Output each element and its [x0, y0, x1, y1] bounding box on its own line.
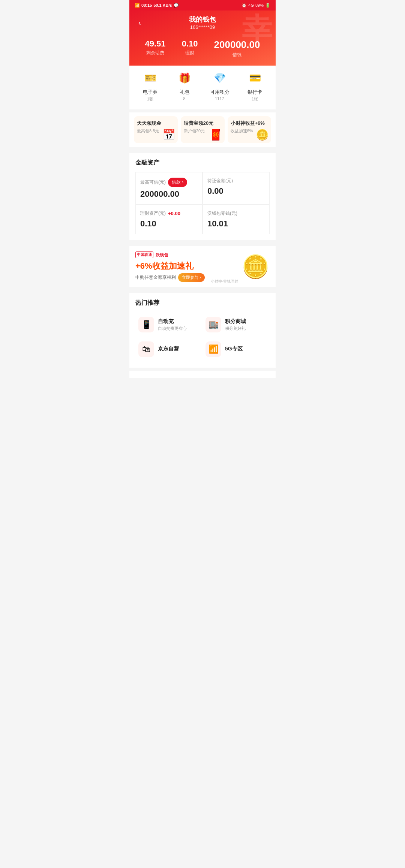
promo-logo: 中国联通 沃钱包 — [135, 251, 242, 258]
speed: 50.1 KB/s — [153, 3, 172, 7]
promo-watermark: 小财神·零钱理财 — [211, 279, 238, 284]
status-bar: 📶 08:15 50.1 KB/s 💬 ⏰ 4G 89% 🔋 — [129, 0, 276, 10]
quick-actions: 🎫 电子券 1张 🎁 礼包 8 💎 可用积分 1117 💳 银行卡 1张 — [129, 69, 276, 106]
promo-daily-title: 天天领现金 — [137, 120, 175, 127]
hot-item-5g[interactable]: 📶 5G专区 — [202, 337, 270, 362]
promo-yield[interactable]: 小财神收益+6% 收益加速6% 🪙 — [228, 116, 272, 143]
bankcard-icon: 💳 — [246, 69, 264, 87]
alarm-icon: ⏰ — [242, 3, 247, 8]
points-mall-text: 积分商城 积分兑好礼 — [225, 318, 246, 331]
divider-3 — [129, 243, 276, 246]
promo-talkfee-title: 话费宝领20元 — [184, 120, 222, 127]
stat-loan[interactable]: 200000.00 借钱 — [214, 39, 260, 58]
bankcard-sub: 1张 — [252, 96, 258, 102]
action-coupon[interactable]: 🎫 电子券 1张 — [142, 69, 159, 102]
jd-icon: 🛍 — [138, 341, 154, 357]
coupon-label: 电子券 — [143, 89, 158, 96]
message-icon: 💬 — [174, 3, 179, 8]
divider-4 — [129, 290, 276, 293]
5g-icon: 📶 — [206, 341, 221, 357]
stat-balance[interactable]: 49.51 剩余话费 — [145, 39, 166, 58]
asset-wallet-balance[interactable]: 沃钱包零钱(元) 10.01 — [202, 205, 270, 234]
coupon-sub: 1张 — [147, 96, 153, 102]
asset-outstanding[interactable]: 待还金额(元) 0.00 — [202, 172, 270, 205]
header-nav: ‹ 我的钱包 166******09 — [137, 13, 268, 33]
promo-yield-icon: 🪙 — [256, 129, 269, 141]
battery-label: 89% — [255, 3, 264, 7]
points-icon: 💎 — [211, 69, 228, 87]
gift-icon: 🎁 — [176, 69, 193, 87]
autorecharge-text: 自动充 自动交费更省心 — [158, 318, 187, 331]
time: 08:15 — [141, 3, 152, 7]
quick-actions-card: 🎫 电子券 1张 🎁 礼包 8 💎 可用积分 1117 💳 银行卡 1张 — [129, 62, 276, 109]
promo-row: 天天领现金 最高领8.8元 📅 话费宝领20元 新户领20元 🧧 小财神收益+6… — [129, 112, 276, 147]
coupon-icon: 🎫 — [142, 69, 159, 87]
promo-banner-left: 中国联通 沃钱包 +6%收益加速礼 申购任意金额享福利 立即参与 › — [135, 251, 242, 282]
finance-section: 金融资产 最高可借(元) 借款 › 200000.00 待还金额(元) 0.00… — [129, 153, 276, 240]
unicom-logo: 中国联通 — [135, 251, 153, 258]
hot-item-points-mall[interactable]: 🏬 积分商城 积分兑好礼 — [202, 312, 270, 337]
wallet-logo: 沃钱包 — [156, 252, 168, 258]
finance-asset-label: 理财资产(元) +0.00 — [140, 210, 198, 217]
asset-max-loan[interactable]: 最高可借(元) 借款 › 200000.00 — [135, 172, 202, 205]
points-label: 可用积分 — [210, 89, 230, 96]
account-number: 166******09 — [189, 24, 216, 30]
promo-talkfee[interactable]: 话费宝领20元 新户领20元 🧧 — [181, 116, 225, 143]
points-mall-title: 积分商城 — [225, 318, 246, 325]
promo-percent: +6% — [135, 261, 152, 271]
points-sub: 1117 — [215, 96, 224, 101]
promo-daily-cash[interactable]: 天天领现金 最高领8.8元 📅 — [134, 116, 178, 143]
jd-title: 京东自营 — [158, 346, 179, 352]
gift-label: 礼包 — [180, 89, 189, 96]
max-loan-label: 最高可借(元) 借款 › — [140, 178, 198, 187]
divider-2 — [129, 150, 276, 153]
bankcard-label: 银行卡 — [248, 89, 262, 96]
network-label: 4G — [248, 3, 254, 7]
balance-value: 49.51 — [145, 39, 166, 49]
action-points[interactable]: 💎 可用积分 1117 — [210, 69, 230, 102]
divider-1 — [129, 109, 276, 112]
stat-finance[interactable]: 0.10 理财 — [182, 39, 198, 58]
page-title: 我的钱包 — [189, 15, 216, 24]
wallet-stats: 49.51 剩余话费 0.10 理财 200000.00 借钱 — [137, 39, 268, 58]
points-mall-sub: 积分兑好礼 — [225, 326, 246, 331]
max-loan-value: 200000.00 — [140, 189, 198, 199]
promo-coin-area: 🪙 小财神·零钱理财 — [242, 253, 270, 280]
promo-yield-title: 小财神收益+6% — [231, 120, 268, 127]
promo-banner[interactable]: 中国联通 沃钱包 +6%收益加速礼 申购任意金额享福利 立即参与 › 🪙 小财神… — [129, 246, 276, 287]
asset-grid: 最高可借(元) 借款 › 200000.00 待还金额(元) 0.00 理财资产… — [135, 172, 270, 234]
finance-asset-value: 0.10 — [140, 219, 198, 229]
finance-title: 金融资产 — [135, 159, 270, 167]
wallet-balance-value: 10.01 — [207, 219, 265, 229]
header-title-area: 我的钱包 166******09 — [189, 15, 216, 30]
loan-value: 200000.00 — [214, 39, 260, 51]
hot-grid: 📱 自动充 自动交费更省心 🏬 积分商城 积分兑好礼 🛍 京东自营 📶 5G专区 — [135, 312, 270, 362]
hot-item-autorecharge[interactable]: 📱 自动充 自动交费更省心 — [135, 312, 202, 337]
5g-text: 5G专区 — [225, 346, 243, 353]
promo-daily-icon: 📅 — [162, 129, 176, 141]
asset-finance[interactable]: 理财资产(元) +0.00 0.10 — [135, 205, 202, 234]
bottom-pad — [129, 371, 276, 378]
loan-button[interactable]: 借款 › — [168, 178, 187, 187]
outstanding-label: 待还金额(元) — [207, 178, 265, 184]
back-button[interactable]: ‹ — [137, 17, 142, 28]
battery-icon: 🔋 — [265, 3, 270, 8]
gift-sub: 8 — [183, 96, 185, 101]
promo-talkfee-icon: 🧧 — [209, 129, 222, 141]
points-mall-icon: 🏬 — [206, 317, 221, 332]
join-button[interactable]: 立即参与 › — [178, 273, 205, 282]
hot-item-jd[interactable]: 🛍 京东自营 — [135, 337, 202, 362]
autorecharge-title: 自动充 — [158, 318, 187, 325]
5g-title: 5G专区 — [225, 346, 243, 352]
action-gift[interactable]: 🎁 礼包 8 — [176, 69, 193, 102]
finance-value: 0.10 — [182, 39, 198, 49]
action-bankcard[interactable]: 💳 银行卡 1张 — [246, 69, 264, 102]
promo-big-text: +6%收益加速礼 — [135, 260, 242, 272]
wallet-balance-label: 沃钱包零钱(元) — [207, 210, 265, 217]
status-left: 📶 08:15 50.1 KB/s 💬 — [135, 3, 179, 8]
autorecharge-sub: 自动交费更省心 — [158, 326, 187, 331]
finance-change: +0.00 — [168, 211, 180, 216]
jd-text: 京东自营 — [158, 346, 179, 353]
signal-icon: 📶 — [135, 3, 140, 8]
hot-title: 热门推荐 — [135, 299, 270, 307]
